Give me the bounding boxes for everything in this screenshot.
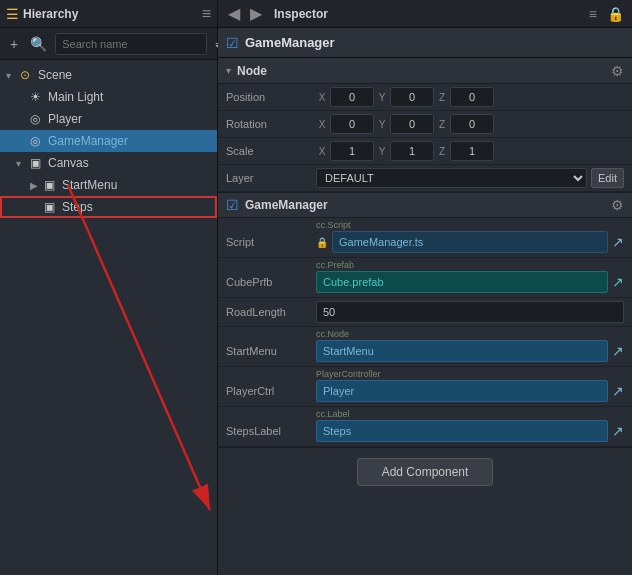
rotation-z-label: Z [436, 119, 448, 130]
player-label: Player [48, 112, 82, 126]
rotation-fields: X Y Z [316, 114, 624, 134]
hierarchy-toolbar: + 🔍 ⇌ ↻ [0, 28, 217, 60]
tree-item-steps[interactable]: ▣ Steps [0, 196, 217, 218]
node-section-header[interactable]: ▾ Node ⚙ [218, 58, 632, 84]
rotation-label: Rotation [226, 118, 316, 130]
position-z-label: Z [436, 92, 448, 103]
rotation-row: Rotation X Y Z [218, 111, 632, 138]
gm-section-gear-icon[interactable]: ⚙ [611, 197, 624, 213]
gamemanager-label: GameManager [48, 134, 128, 148]
scale-y-label: Y [376, 146, 388, 157]
scene-icon: ⊙ [20, 68, 36, 82]
add-component-bar: Add Component [218, 447, 632, 496]
hierarchy-panel: ☰ Hierarchy ≡ + 🔍 ⇌ ↻ ▾ ⊙ Scene ☀ Main L… [0, 0, 218, 575]
gamemanager-icon: ◎ [30, 134, 46, 148]
search-input[interactable] [55, 33, 207, 55]
gm-enabled-checkbox[interactable]: ☑ [226, 197, 239, 213]
scale-x-input[interactable] [330, 141, 374, 161]
mainlight-icon: ☀ [30, 90, 46, 104]
inspector-header: ◀ ▶ Inspector ≡ 🔒 [218, 0, 632, 28]
inspector-forward-button[interactable]: ▶ [248, 4, 264, 23]
stepslabel-link-icon[interactable]: ↗ [612, 423, 624, 439]
add-node-button[interactable]: + [6, 34, 22, 54]
scale-x-label: X [316, 146, 328, 157]
cubeprefab-link-icon[interactable]: ↗ [612, 274, 624, 290]
scene-arrow: ▾ [6, 70, 20, 81]
startmenu-label: StartMenu [226, 345, 316, 357]
rotation-y-input[interactable] [390, 114, 434, 134]
script-input[interactable] [332, 231, 608, 253]
inspector-lock-icon[interactable]: 🔒 [607, 6, 624, 22]
gm-section-title: GameManager [245, 198, 328, 212]
startmenu-label: StartMenu [62, 178, 117, 192]
scale-z-label: Z [436, 146, 448, 157]
layer-select[interactable]: DEFAULT [316, 168, 587, 188]
hierarchy-icon: ☰ [6, 6, 19, 22]
script-link-icon[interactable]: ↗ [612, 234, 624, 250]
position-z-input[interactable] [450, 87, 494, 107]
inspector-content: ☑ GameManager ▾ Node ⚙ Position X Y Z [218, 28, 632, 575]
layer-edit-button[interactable]: Edit [591, 168, 624, 188]
scene-tree: ▾ ⊙ Scene ☀ Main Light ◎ Player ◎ GameMa… [0, 60, 217, 575]
position-x-input[interactable] [330, 87, 374, 107]
script-label: Script [226, 236, 316, 248]
startmenu-field-inner: StartMenu ↗ [226, 340, 624, 362]
script-row: cc.Script Script 🔒 ↗ [218, 218, 632, 258]
playerctrl-link-icon[interactable]: ↗ [612, 383, 624, 399]
startmenu-link-icon[interactable]: ↗ [612, 343, 624, 359]
roadlength-row: RoadLength [218, 298, 632, 327]
rotation-z-input[interactable] [450, 114, 494, 134]
inspector-panel: ◀ ▶ Inspector ≡ 🔒 ☑ GameManager ▾ Node ⚙… [218, 0, 632, 575]
stepslabel-input[interactable] [316, 420, 608, 442]
scale-row: Scale X Y Z [218, 138, 632, 165]
tree-item-canvas[interactable]: ▾ ▣ Canvas [0, 152, 217, 174]
scale-fields: X Y Z [316, 141, 624, 161]
script-cc-type: cc.Script [226, 220, 624, 230]
scale-y-input[interactable] [390, 141, 434, 161]
playerctrl-cc-type: PlayerController [226, 369, 624, 379]
tree-item-startmenu[interactable]: ▶ ▣ StartMenu [0, 174, 217, 196]
scale-z-input[interactable] [450, 141, 494, 161]
position-y-label: Y [376, 92, 388, 103]
scale-label: Scale [226, 145, 316, 157]
tree-item-scene[interactable]: ▾ ⊙ Scene [0, 64, 217, 86]
playerctrl-label: PlayerCtrl [226, 385, 316, 397]
hierarchy-menu-icon[interactable]: ≡ [202, 5, 211, 23]
steps-label: Steps [62, 200, 93, 214]
tree-item-player[interactable]: ◎ Player [0, 108, 217, 130]
cubeprefab-input[interactable] [316, 271, 608, 293]
startmenu-cc-type: cc.Node [226, 329, 624, 339]
cubeprefab-cc-type: cc.Prefab [226, 260, 624, 270]
rotation-y-label: Y [376, 119, 388, 130]
player-icon: ◎ [30, 112, 46, 126]
inspector-menu-icon[interactable]: ≡ [589, 6, 597, 22]
node-enabled-checkbox[interactable]: ☑ [226, 35, 239, 51]
hierarchy-title: Hierarchy [23, 7, 78, 21]
playerctrl-field-inner: PlayerCtrl ↗ [226, 380, 624, 402]
playerctrl-input[interactable] [316, 380, 608, 402]
stepslabel-label: StepsLabel [226, 425, 316, 437]
rotation-x-input[interactable] [330, 114, 374, 134]
tree-item-gamemanager[interactable]: ◎ GameManager [0, 130, 217, 152]
inspector-back-button[interactable]: ◀ [226, 4, 242, 23]
script-field-inner: Script 🔒 ↗ [226, 231, 624, 253]
position-x-label: X [316, 92, 328, 103]
cubeprefab-label: CubePrfb [226, 276, 316, 288]
node-name-bar: ☑ GameManager [218, 28, 632, 58]
node-section-gear-icon[interactable]: ⚙ [611, 63, 624, 79]
position-y-input[interactable] [390, 87, 434, 107]
canvas-label: Canvas [48, 156, 89, 170]
node-name-label: GameManager [245, 35, 335, 50]
gamemanager-section-header[interactable]: ☑ GameManager ⚙ [218, 192, 632, 218]
inspector-title: Inspector [274, 7, 328, 21]
roadlength-label: RoadLength [226, 306, 316, 318]
search-toggle-button[interactable]: 🔍 [26, 34, 51, 54]
cubeprefab-row: cc.Prefab CubePrfb ↗ [218, 258, 632, 298]
tree-item-mainlight[interactable]: ☀ Main Light [0, 86, 217, 108]
add-component-button[interactable]: Add Component [357, 458, 494, 486]
roadlength-input[interactable] [316, 301, 624, 323]
position-label: Position [226, 91, 316, 103]
position-row: Position X Y Z [218, 84, 632, 111]
startmenu-arrow: ▶ [30, 180, 44, 191]
startmenu-input[interactable] [316, 340, 608, 362]
